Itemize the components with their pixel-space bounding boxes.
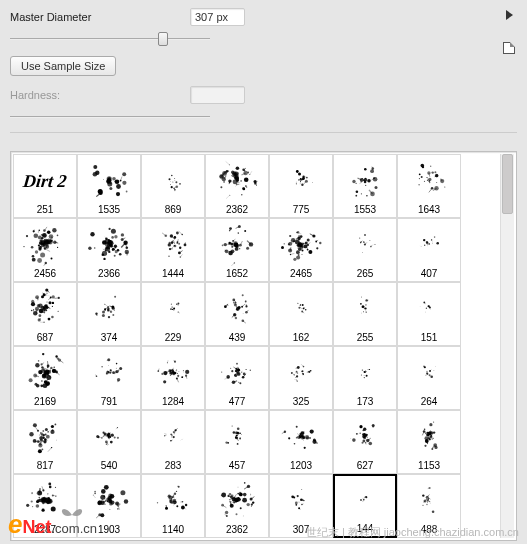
svg-point-708 (106, 371, 109, 374)
brush-preset-cell[interactable]: 627 (333, 410, 397, 474)
brush-preset-cell[interactable]: 229 (141, 282, 205, 346)
brush-preset-cell[interactable]: Dirt 2251 (13, 154, 77, 218)
brush-size-label: 173 (357, 396, 374, 409)
brush-preset-cell[interactable]: 687 (13, 282, 77, 346)
svg-point-165 (444, 187, 445, 188)
master-diameter-input[interactable]: 307 px (190, 8, 245, 26)
svg-line-860 (48, 448, 52, 452)
svg-point-1238 (239, 498, 240, 499)
svg-point-629 (364, 308, 365, 309)
svg-point-615 (305, 309, 307, 311)
svg-point-1210 (229, 493, 232, 496)
slider-thumb[interactable] (158, 32, 168, 46)
brush-preset-cell[interactable]: 264 (397, 346, 461, 410)
brush-preset-cell[interactable]: 2465 (269, 218, 333, 282)
use-sample-size-button[interactable]: Use Sample Size (10, 56, 116, 76)
svg-point-415 (293, 258, 296, 261)
brush-preset-cell[interactable]: 255 (333, 282, 397, 346)
brush-preset-cell[interactable]: 1652 (205, 218, 269, 282)
brush-preset-cell[interactable]: 540 (77, 410, 141, 474)
svg-point-1240 (242, 498, 247, 503)
svg-point-1149 (97, 500, 102, 505)
brush-preset-cell[interactable]: 869 (141, 154, 205, 218)
svg-point-824 (303, 373, 304, 374)
brush-preset-cell[interactable]: 173 (333, 346, 397, 410)
svg-point-1116 (36, 493, 37, 494)
brush-size-label: 457 (229, 460, 246, 473)
svg-point-470 (423, 239, 425, 241)
brush-preset-cell[interactable]: 1553 (333, 154, 397, 218)
svg-point-585 (242, 294, 244, 296)
slider-track (10, 38, 210, 40)
svg-point-941 (174, 434, 175, 435)
svg-point-378 (239, 248, 240, 249)
brush-preset-cell[interactable]: 283 (141, 410, 205, 474)
svg-point-226 (57, 235, 59, 237)
svg-point-689 (41, 380, 43, 382)
brush-preset-cell[interactable]: 791 (77, 346, 141, 410)
brush-preset-cell[interactable]: 325 (269, 346, 333, 410)
brush-preset-cell[interactable]: 477 (205, 346, 269, 410)
svg-point-582 (243, 313, 244, 314)
svg-point-1272 (363, 498, 364, 499)
svg-line-508 (49, 298, 51, 300)
svg-point-1070 (39, 497, 40, 498)
brush-preset-cell[interactable]: 1535 (77, 154, 141, 218)
svg-point-368 (246, 247, 249, 250)
flyout-menu-icon[interactable] (506, 10, 513, 20)
svg-point-352 (222, 244, 224, 246)
brush-preset-cell[interactable]: 151 (397, 282, 461, 346)
svg-point-988 (309, 437, 311, 439)
svg-point-18 (98, 189, 103, 194)
brush-preset-cell[interactable]: 265 (333, 218, 397, 282)
brush-preset-cell[interactable]: 162 (269, 282, 333, 346)
master-diameter-slider[interactable] (10, 32, 210, 46)
brush-preset-cell[interactable]: 775 (269, 154, 333, 218)
brush-size-label: 264 (421, 396, 438, 409)
brush-preset-cell[interactable]: 2362 (205, 154, 269, 218)
svg-point-384 (236, 244, 238, 246)
svg-point-1217 (228, 495, 230, 497)
svg-point-1150 (94, 491, 96, 493)
svg-point-478 (426, 241, 428, 243)
brush-preset-cell[interactable]: 2362 (205, 474, 269, 538)
brush-thumbnail (338, 414, 392, 460)
scrollbar[interactable] (500, 154, 514, 538)
brush-preset-cell[interactable]: 1203 (269, 410, 333, 474)
brush-preset-cell[interactable]: 1444 (141, 218, 205, 282)
brush-preset-cell[interactable]: 2169 (13, 346, 77, 410)
brush-preset-cell[interactable]: 374 (77, 282, 141, 346)
svg-point-644 (35, 363, 39, 367)
brush-preset-cell[interactable]: 1903 (77, 474, 141, 538)
brush-size-label: 325 (293, 396, 310, 409)
brush-size-label: 1652 (226, 268, 248, 281)
brush-preset-cell[interactable]: 1153 (397, 410, 461, 474)
svg-point-1100 (51, 507, 56, 512)
brush-preset-cell[interactable]: 2366 (77, 218, 141, 282)
brush-preset-cell[interactable]: 407 (397, 218, 461, 282)
svg-point-1276 (360, 499, 362, 501)
brush-preset-cell[interactable]: 1284 (141, 346, 205, 410)
brush-preset-cell[interactable]: 488 (397, 474, 461, 538)
brush-preset-cell[interactable]: 144 (333, 474, 397, 538)
brush-preset-cell[interactable]: 307 (269, 474, 333, 538)
svg-point-851 (426, 375, 427, 376)
brush-size-label: 1284 (162, 396, 184, 409)
svg-point-756 (175, 372, 176, 373)
brush-preset-cell[interactable]: 1140 (141, 474, 205, 538)
brush-preset-cell[interactable]: 439 (205, 282, 269, 346)
svg-point-1029 (359, 425, 362, 428)
svg-point-216 (23, 246, 24, 247)
brush-preset-cell[interactable]: 817 (13, 410, 77, 474)
svg-point-1161 (174, 493, 176, 495)
scrollbar-thumb[interactable] (502, 154, 513, 214)
svg-point-611 (305, 307, 306, 308)
brush-preset-cell[interactable]: 1643 (397, 154, 461, 218)
brush-preset-cell[interactable]: 457 (205, 410, 269, 474)
new-preset-icon[interactable] (503, 42, 515, 54)
svg-point-906 (110, 441, 113, 444)
svg-point-1119 (47, 499, 52, 504)
brush-preset-cell[interactable]: 2456 (13, 218, 77, 282)
svg-point-1172 (157, 502, 158, 503)
svg-point-1042 (432, 439, 433, 440)
